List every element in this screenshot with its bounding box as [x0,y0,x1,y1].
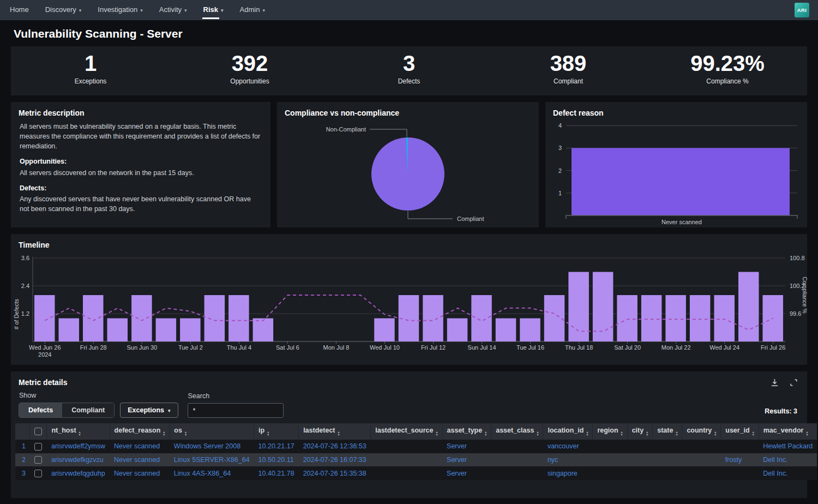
nav-item-investigation[interactable]: Investigation▾ [97,0,144,20]
kpi-value: 392 [170,51,329,76]
cell-lastdetect-source [371,453,442,467]
timeline-bar[interactable] [714,295,735,341]
cell-lastdetect[interactable]: 2024-07-26 12:36:53 [299,440,371,453]
cell-location-id[interactable]: nyc [543,453,593,467]
search-input[interactable] [188,403,284,418]
download-icon[interactable] [770,378,779,387]
column-header-location-id[interactable]: location_id▴▾ [543,423,593,440]
nav-item-admin[interactable]: Admin▾ [239,0,266,20]
cell-lastdetect[interactable]: 2024-07-26 15:35:38 [299,466,371,480]
timeline-bar[interactable] [253,319,274,342]
timeline-bar[interactable] [496,319,516,342]
row-checkbox[interactable] [34,456,42,464]
cell-nt-host[interactable]: arisrvwdefqgduhp [47,466,110,480]
column-header-asset-type[interactable]: asset_type▴▾ [442,423,491,440]
cell-defect-reason[interactable]: Never scanned [110,440,170,453]
nav-item-home[interactable]: Home [9,0,30,20]
cell-user-id[interactable]: frosty [721,453,759,467]
column-header-lastdetect-source[interactable]: lastdetect_source▴▾ [371,423,442,440]
timeline-bar[interactable] [641,295,662,341]
compliant-filter-button[interactable]: Compliant [62,403,114,417]
timeline-bar[interactable] [423,295,443,341]
defects-filter-button[interactable]: Defects [19,403,62,417]
kpi-compliance: 99.23%Compliance % [648,46,807,95]
cell-os[interactable]: Windows Server 2008 [170,440,254,453]
column-header-lastdetect[interactable]: lastdetect▴▾ [299,423,371,440]
cell-location-id[interactable]: singapore [543,466,593,480]
timeline-bar[interactable] [156,319,177,342]
cell-lastdetect-source [371,440,442,453]
cell-location-id[interactable]: vancouver [543,440,593,453]
svg-text:Thu Jul 4: Thu Jul 4 [227,344,251,351]
select-all-checkbox[interactable] [34,428,42,435]
column-header-city[interactable]: city▴▾ [627,423,653,440]
cell-region [593,440,627,453]
svg-text:1: 1 [558,190,562,196]
cell-defect-reason[interactable]: Never scanned [110,466,170,480]
column-header-ip[interactable]: ip▴▾ [254,423,299,440]
timeline-bar[interactable] [617,295,637,341]
timeline-bar[interactable] [447,319,468,342]
svg-text:Sun Jul 14: Sun Jul 14 [468,344,496,351]
cell-os[interactable]: Linux 4AS-X86_64 [170,466,254,480]
timeline-bar[interactable] [107,319,128,342]
svg-text:Mon Jul 8: Mon Jul 8 [323,344,350,351]
defect-reason-chart[interactable]: 1234Never scanned [545,119,807,226]
column-header-defect-reason[interactable]: defect_reason▴▾ [110,423,170,440]
nav-item-activity[interactable]: Activity▾ [158,0,188,20]
column-header-region[interactable]: region▴▾ [593,423,627,440]
timeline-bar[interactable] [374,319,395,342]
cell-user-id [721,466,759,480]
cell-mac-vendor[interactable]: Hewlett Packard [759,440,817,453]
column-header-label: os [174,427,182,434]
sort-icon: ▴▾ [436,431,438,436]
cell-nt-host[interactable]: arisrvwdeff2ymsw [47,440,110,453]
kpi-value: 3 [329,51,489,76]
cell-mac-vendor[interactable]: Dell Inc. [759,453,817,467]
column-header-nt-host[interactable]: nt_host▴▾ [47,423,110,440]
timeline-bar[interactable] [131,295,152,341]
cell-defect-reason[interactable]: Never scanned [110,453,170,467]
column-header-user-id[interactable]: user_id▴▾ [721,423,759,440]
timeline-bar[interactable] [665,295,686,341]
timeline-bar[interactable] [520,319,540,342]
row-checkbox[interactable] [34,470,42,477]
column-header-mac-vendor[interactable]: mac_vendor▴▾ [759,423,817,440]
nav-item-discovery[interactable]: Discovery▾ [44,0,83,20]
timeline-chart[interactable]: 1.299.62.4100.23.6100.8# of DefectsCompl… [11,251,807,358]
timeline-bar[interactable] [59,319,80,342]
column-header-country[interactable]: country▴▾ [682,423,721,440]
cell-os[interactable]: Linux 5SERVER-X86_64 [170,453,254,467]
column-header-state[interactable]: state▴▾ [653,423,682,440]
timeline-bar[interactable] [34,295,55,341]
cell-ip[interactable]: 10.50.20.11 [254,453,299,467]
app-badge[interactable]: ARI [795,3,809,17]
defect-reason-bar[interactable] [572,148,790,215]
cell-asset-type[interactable]: Server [442,466,491,480]
timeline-bar[interactable] [83,295,104,341]
nav-item-label: Home [10,5,29,14]
cell-asset-type[interactable]: Server [442,440,491,453]
cell-mac-vendor[interactable]: Dell Inc. [759,466,817,480]
timeline-bar[interactable] [690,295,711,341]
exceptions-dropdown[interactable]: Exceptions▾ [120,403,178,418]
timeline-bar[interactable] [544,295,565,341]
timeline-bar[interactable] [204,295,225,341]
timeline-bar[interactable] [738,272,759,342]
timeline-bar[interactable] [228,295,249,341]
search-label: Search [188,392,284,400]
timeline-bar[interactable] [180,319,201,342]
svg-text:99.6: 99.6 [790,310,801,317]
nav-item-risk[interactable]: Risk▾ [202,0,225,20]
timeline-bar[interactable] [471,295,492,341]
cell-lastdetect[interactable]: 2024-07-26 16:07:33 [299,453,371,467]
expand-icon[interactable] [789,378,798,387]
row-checkbox[interactable] [34,443,42,451]
column-header-os[interactable]: os▴▾ [170,423,254,440]
cell-ip[interactable]: 10.40.21.78 [254,466,299,480]
compliance-pie-chart[interactable]: Non-CompliantCompliant [277,119,539,226]
column-header-asset-class[interactable]: asset_class▴▾ [491,423,543,440]
cell-asset-type[interactable]: Server [442,453,491,467]
cell-nt-host[interactable]: arisrvwdefkgzvzu [47,453,110,467]
cell-ip[interactable]: 10.20.21.17 [254,440,299,453]
